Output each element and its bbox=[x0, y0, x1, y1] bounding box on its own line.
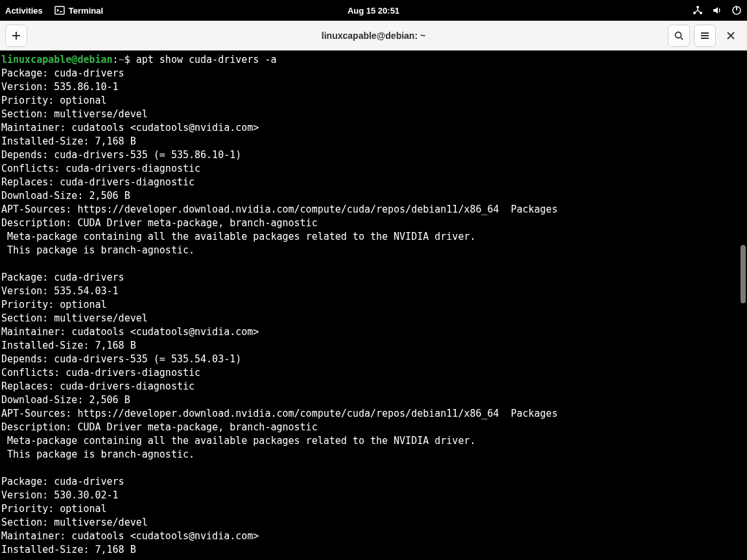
output-line: Version: 535.54.03-1 bbox=[1, 285, 119, 297]
output-line: Description: CUDA Driver meta-package, b… bbox=[1, 217, 318, 229]
output-line: Section: multiverse/devel bbox=[1, 312, 148, 324]
window-headerbar: linuxcapable@debian: ~ bbox=[0, 21, 747, 51]
output-line: Meta-package containing all the availabl… bbox=[1, 435, 476, 447]
terminal-scrollbar[interactable] bbox=[739, 51, 747, 560]
output-line: Conflicts: cuda-drivers-diagnostic bbox=[1, 367, 200, 379]
svg-point-5 bbox=[676, 32, 682, 38]
command-text: apt show cuda-drivers -a bbox=[130, 54, 277, 65]
search-button[interactable] bbox=[668, 25, 690, 47]
output-line: This package is branch-agnostic. bbox=[1, 244, 195, 256]
output-line: Package: cuda-drivers bbox=[1, 272, 124, 283]
output-line: Conflicts: cuda-drivers-diagnostic bbox=[1, 163, 200, 174]
terminal-icon bbox=[54, 5, 65, 16]
plus-icon bbox=[11, 30, 21, 41]
output-line: Replaces: cuda-drivers-diagnostic bbox=[1, 380, 195, 392]
prompt-cwd: ~ bbox=[119, 54, 124, 65]
new-tab-button[interactable] bbox=[5, 25, 27, 47]
svg-rect-0 bbox=[55, 6, 64, 14]
output-line: Version: 530.30.02-1 bbox=[1, 489, 119, 501]
close-window-button[interactable] bbox=[720, 25, 742, 47]
power-icon[interactable] bbox=[731, 5, 742, 16]
output-line: Version: 535.86.10-1 bbox=[1, 81, 119, 93]
output-line: Priority: optional bbox=[1, 95, 107, 106]
window-title: linuxcapable@debian: ~ bbox=[0, 30, 747, 41]
output-line: Replaces: cuda-drivers-diagnostic bbox=[1, 176, 195, 188]
hamburger-menu-button[interactable] bbox=[694, 25, 716, 47]
output-line: Depends: cuda-drivers-535 (= 535.54.03-1… bbox=[1, 353, 241, 365]
prompt-dollar: $ bbox=[124, 54, 130, 65]
prompt-user-host: linuxcapable@debian bbox=[1, 54, 113, 65]
gnome-topbar: Activities Terminal Aug 15 20:51 bbox=[0, 0, 747, 21]
topbar-app-name: Terminal bbox=[69, 6, 103, 16]
output-line: APT-Sources: https://developer.download.… bbox=[1, 204, 558, 215]
output-line: Maintainer: cudatools <cudatools@nvidia.… bbox=[1, 326, 259, 338]
topbar-app-menu[interactable]: Terminal bbox=[54, 5, 103, 16]
svg-point-1 bbox=[696, 6, 699, 8]
output-line: Meta-package containing all the availabl… bbox=[1, 231, 476, 242]
search-icon bbox=[674, 30, 684, 41]
output-line: Priority: optional bbox=[1, 503, 107, 515]
output-line: Download-Size: 2,506 B bbox=[1, 190, 130, 202]
volume-icon[interactable] bbox=[712, 5, 722, 16]
terminal-content[interactable]: linuxcapable@debian:~$ apt show cuda-dri… bbox=[0, 51, 747, 560]
prompt-colon: : bbox=[113, 54, 119, 65]
output-line: Description: CUDA Driver meta-package, b… bbox=[1, 421, 318, 433]
output-line: Installed-Size: 7,168 B bbox=[1, 135, 136, 147]
output-line: Maintainer: cudatools <cudatools@nvidia.… bbox=[1, 122, 259, 134]
scrollbar-thumb[interactable] bbox=[741, 245, 746, 303]
close-icon bbox=[726, 30, 736, 41]
network-icon[interactable] bbox=[693, 5, 703, 16]
output-line: Package: cuda-drivers bbox=[1, 67, 124, 79]
output-line: Maintainer: cudatools <cudatools@nvidia.… bbox=[1, 530, 259, 542]
output-line: Installed-Size: 7,168 B bbox=[1, 340, 136, 351]
output-line: Download-Size: 2,506 B bbox=[1, 394, 130, 406]
output-line: Package: cuda-drivers bbox=[1, 476, 124, 487]
hamburger-icon bbox=[700, 30, 710, 41]
output-line: This package is branch-agnostic. bbox=[1, 449, 195, 460]
output-line: Depends: cuda-drivers-535 (= 535.86.10-1… bbox=[1, 149, 241, 161]
output-line: Priority: optional bbox=[1, 299, 107, 310]
topbar-clock[interactable]: Aug 15 20:51 bbox=[348, 6, 399, 16]
output-line: Installed-Size: 7,168 B bbox=[1, 544, 136, 555]
output-line: Section: multiverse/devel bbox=[1, 517, 148, 528]
output-line: Section: multiverse/devel bbox=[1, 108, 148, 120]
output-line: APT-Sources: https://developer.download.… bbox=[1, 408, 558, 419]
activities-button[interactable]: Activities bbox=[5, 6, 43, 16]
